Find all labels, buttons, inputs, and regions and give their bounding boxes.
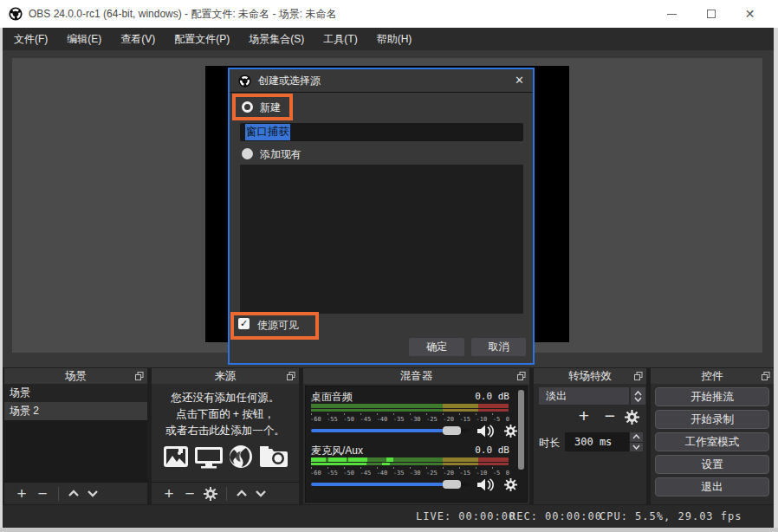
duration-spinbox[interactable]: 300 ms: [565, 432, 643, 451]
add-source-button[interactable]: +: [159, 485, 179, 502]
meter-tick-label: -30: [410, 470, 421, 477]
dock-float-icon[interactable]: [762, 372, 770, 380]
transition-properties-gear-icon[interactable]: [625, 410, 639, 425]
move-source-down-button[interactable]: [255, 490, 267, 497]
chevron-up-icon: [634, 391, 642, 396]
studio-mode-button[interactable]: 工作室模式: [655, 432, 769, 451]
toolbar-divider: [58, 487, 59, 501]
menu-item-edit[interactable]: 编辑(E): [57, 28, 111, 50]
rec-time: REC: 00:00:00: [509, 510, 602, 522]
meter-tickmarks: [311, 413, 509, 415]
speaker-icon[interactable]: [477, 425, 496, 438]
scene-row[interactable]: 场景: [4, 384, 147, 402]
dock-float-icon[interactable]: [517, 372, 526, 380]
menu-item-profile[interactable]: 配置文件(P): [165, 28, 239, 50]
minimize-button[interactable]: [652, 0, 691, 28]
menu-bar: 文件(F) 编辑(E) 查看(V) 配置文件(P) 场景集合(S) 工具(T) …: [0, 28, 778, 50]
docks-area: 场景 场景 场景 2 + − 来源 您还没有添加任何源。 点击下面的 + 按钮，…: [0, 367, 778, 505]
move-scene-up-button[interactable]: [68, 490, 80, 497]
transitions-panel-header[interactable]: 转场特效: [534, 368, 646, 384]
mixer-panel-header[interactable]: 混音器: [303, 368, 529, 384]
sources-empty-hint[interactable]: 您还没有添加任何源。 点击下面的 + 按钮， 或者右击此处添加一个。: [152, 384, 299, 482]
menu-item-view[interactable]: 查看(V): [111, 28, 165, 50]
spin-up-button[interactable]: [629, 432, 643, 442]
mixer-panel: 混音器 桌面音频 0.0 dB -60-55-50-45-40-35-30-25…: [303, 368, 529, 504]
source-properties-gear-icon[interactable]: [204, 487, 217, 501]
window-frame-edge: [0, 28, 3, 532]
meter-scale: -60-55-50-45-40-35-30-25-20-15-10-50: [310, 470, 509, 477]
add-scene-button[interactable]: +: [11, 485, 32, 502]
start-streaming-button[interactable]: 开始推流: [655, 387, 769, 406]
remove-source-button[interactable]: −: [179, 485, 200, 502]
transition-select-arrows[interactable]: [631, 387, 645, 405]
duration-value: 300 ms: [574, 432, 612, 451]
meter-tick-label: -20: [443, 416, 454, 423]
source-name-input[interactable]: 窗口捕获: [240, 123, 523, 141]
dock-float-icon[interactable]: [634, 372, 643, 380]
scene-list: 场景 场景 2: [4, 384, 147, 482]
ok-button[interactable]: 确定: [409, 338, 464, 356]
move-scene-down-button[interactable]: [87, 490, 99, 497]
dock-float-icon[interactable]: [287, 372, 295, 380]
channel-db-value: 0.0 dB: [475, 391, 509, 402]
exit-button[interactable]: 退出: [655, 477, 769, 496]
toolbar-divider: [226, 487, 227, 501]
volume-meter: [311, 457, 509, 465]
dialog-close-icon[interactable]: ✕: [515, 74, 524, 87]
status-bar: LIVE: 00:00:00 REC: 00:00:00 CPU: 5.5%, …: [0, 505, 778, 528]
dialog-titlebar: 创建或选择源 ✕: [230, 69, 533, 93]
remove-transition-button[interactable]: −: [600, 407, 620, 424]
meter-tick-label: 0: [506, 416, 509, 423]
menu-item-file[interactable]: 文件(F): [4, 28, 57, 50]
speaker-icon[interactable]: [477, 478, 496, 491]
scenes-panel: 场景 场景 场景 2 + −: [4, 368, 147, 504]
add-transition-button[interactable]: +: [574, 407, 594, 424]
camera-source-icon: [257, 444, 290, 470]
chevron-down-icon: [634, 397, 642, 402]
source-type-icons: [152, 444, 299, 470]
settings-button[interactable]: 设置: [655, 455, 769, 474]
volume-slider-handle[interactable]: [443, 480, 461, 489]
volume-slider-handle[interactable]: [443, 426, 461, 435]
image-source-icon: [161, 444, 191, 470]
meter-tick-label: -5: [493, 470, 500, 477]
existing-sources-list[interactable]: [240, 165, 523, 314]
cancel-button[interactable]: 取消: [471, 338, 526, 356]
meter-scale: -60-55-50-45-40-35-30-25-20-15-10-50: [310, 416, 509, 423]
meter-tick-label: -50: [343, 416, 354, 423]
channel-name: 麦克风/Aux: [311, 444, 363, 458]
transition-toolbar: + −: [534, 407, 646, 428]
sources-toolbar: + −: [152, 482, 299, 504]
menu-item-scene-collection[interactable]: 场景集合(S): [239, 28, 314, 50]
channel-settings-gear-icon[interactable]: [504, 425, 517, 438]
meter-tick-label: -45: [360, 416, 371, 423]
move-source-up-button[interactable]: [236, 490, 248, 497]
live-time: LIVE: 00:00:00: [416, 510, 515, 522]
hint-line: 或者右击此处添加一个。: [152, 423, 299, 439]
channel-settings-gear-icon[interactable]: [504, 478, 517, 491]
start-recording-button[interactable]: 开始录制: [655, 410, 769, 429]
maximize-button[interactable]: [691, 0, 730, 28]
mixer-scrollbar[interactable]: [518, 390, 524, 470]
meter-tick-label: -55: [327, 470, 338, 477]
remove-scene-button[interactable]: −: [32, 485, 53, 502]
dock-float-icon[interactable]: [135, 372, 144, 380]
menu-item-help[interactable]: 帮助(H): [367, 28, 422, 50]
radio-add-existing-label[interactable]: 添加现有: [260, 147, 301, 162]
sources-panel-header[interactable]: 来源: [152, 368, 299, 384]
controls-panel-header[interactable]: 控件: [651, 368, 774, 384]
radio-add-existing[interactable]: [242, 148, 253, 159]
transition-select[interactable]: 淡出: [539, 387, 629, 405]
spin-down-button[interactable]: [629, 442, 643, 452]
channel-name: 桌面音频: [311, 390, 353, 405]
obs-main-window: OBS 24.0.0-rc1 (64-bit, windows) - 配置文件:…: [0, 0, 778, 532]
channel-db-value: 0.0 dB: [475, 444, 509, 456]
close-button[interactable]: ✕: [730, 0, 769, 28]
menu-item-tools[interactable]: 工具(T): [314, 28, 366, 50]
scene-row-selected[interactable]: 场景 2: [4, 402, 147, 420]
duration-label: 时长: [539, 436, 560, 451]
sources-panel: 来源 您还没有添加任何源。 点击下面的 + 按钮， 或者右击此处添加一个。 + …: [152, 368, 299, 504]
maximize-icon: [707, 10, 716, 18]
meter-tick-label: 0: [506, 470, 509, 477]
scenes-panel-header[interactable]: 场景: [4, 368, 147, 384]
